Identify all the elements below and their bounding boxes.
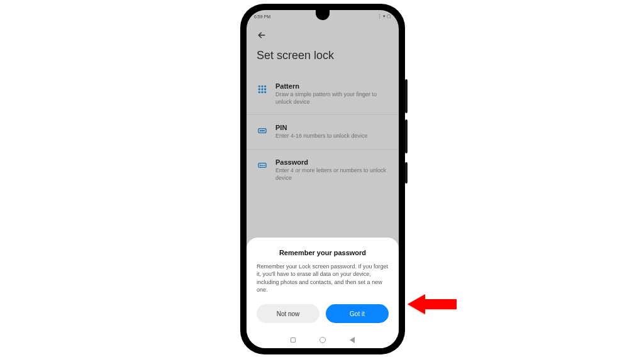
nav-home-icon[interactable] [319,337,326,343]
volume-down-button [405,119,408,153]
dialog-title: Remember your password [257,249,389,256]
annotation-arrow-icon [408,290,458,318]
got-it-button[interactable]: Got it [326,304,389,323]
nav-back-icon[interactable] [350,337,355,343]
volume-up-button [405,79,408,113]
dialog-body: Remember your Lock screen password. If y… [257,263,389,294]
phone-frame: 6:59 PM ⋮ ▾ ▢ Set screen lock Pattern Dr… [240,4,405,354]
not-now-button[interactable]: Not now [257,304,319,323]
power-button [405,162,408,184]
dialog-buttons: Not now Got it [257,304,389,323]
android-navbar [247,332,399,348]
svg-marker-15 [408,294,457,314]
nav-recent-icon[interactable] [291,337,296,343]
screen: 6:59 PM ⋮ ▾ ▢ Set screen lock Pattern Dr… [247,10,399,348]
